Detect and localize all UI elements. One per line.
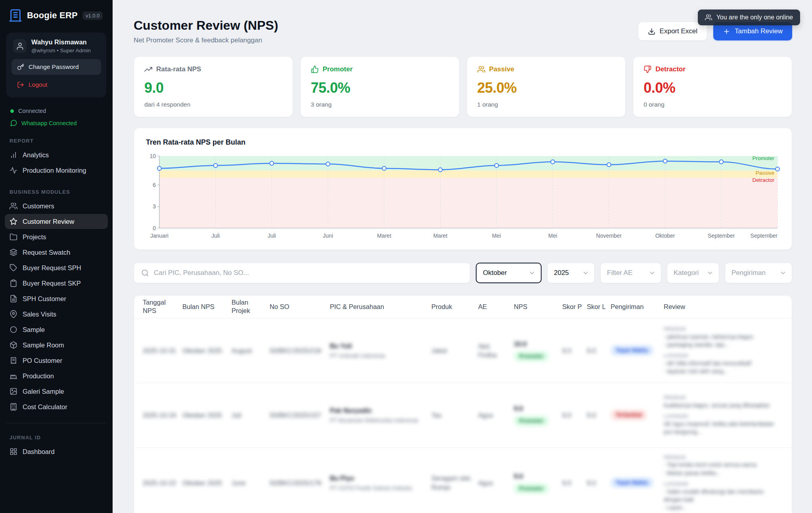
- sidebar-item-sales-visits[interactable]: Sales Visits: [5, 307, 108, 322]
- sidebar-item-sample-room[interactable]: Sample Room: [5, 338, 108, 353]
- cell-bulan-projek: August: [232, 346, 270, 355]
- sidebar-item-label: Customer Review: [23, 218, 74, 225]
- users-icon: [477, 65, 485, 73]
- sidebar-item-label: Cost Calculator: [23, 403, 67, 411]
- cell-review: PRODUKkualitasnya bagus, sesuai yang dih…: [664, 394, 783, 436]
- page-title: Customer Review (NPS): [134, 18, 278, 33]
- cell-skor-p: 9.0: [562, 479, 587, 487]
- sidebar-item-galeri-sample[interactable]: Galeri Sample: [5, 384, 108, 399]
- sidebar-item-cost-calculator[interactable]: Cost Calculator: [5, 399, 108, 414]
- cell-bulan-projek: June: [232, 479, 270, 487]
- filter-row: Oktober 2025 Filter AE Kategori Pengirim…: [134, 263, 792, 283]
- cell-pengiriman: Tepat Waktu: [611, 345, 664, 356]
- filter-ae-select[interactable]: Filter AE: [600, 263, 661, 283]
- sidebar-item-projects[interactable]: Projects: [5, 229, 108, 244]
- cell-pic-perusahaan: Bu PiyoPT COTO Foods Sukses Industry: [330, 474, 431, 492]
- column-header-skor-l: Skor L: [587, 303, 611, 311]
- svg-text:Mei: Mei: [548, 233, 557, 239]
- column-header-skor-p: Skor P: [562, 303, 587, 311]
- plus-icon: [723, 28, 730, 35]
- trending-up-icon: [144, 65, 152, 73]
- cell-review: PRODUK- Topi terlalu kecil untuk semua w…: [664, 454, 783, 512]
- pic-name: Bu Yuli: [330, 341, 427, 350]
- sidebar-item-sph-customer[interactable]: SPH Customer: [5, 291, 108, 306]
- stat-card-rata-rata-nps: Rata-rata NPS9.0dari 4 responden: [134, 56, 293, 117]
- sidebar-item-po-customer[interactable]: PO Customer: [5, 353, 108, 368]
- search-input[interactable]: [154, 269, 463, 277]
- skor-p: 9.0: [562, 346, 582, 355]
- user-info: Wahyu Rismawan @whyrsm • Super Admin: [11, 38, 101, 54]
- svg-text:3: 3: [153, 203, 156, 210]
- produk: Seragam stel, Rompi: [431, 474, 473, 492]
- page-header: Customer Review (NPS) Net Promoter Score…: [134, 18, 792, 44]
- sidebar-item-dashboard[interactable]: Dashboard: [5, 444, 108, 459]
- sidebar-item-buyer-request-sph[interactable]: Buyer Request SPH: [5, 260, 108, 275]
- sidebar-item-analytics[interactable]: Analytics: [5, 147, 108, 162]
- user-icon: [16, 42, 24, 50]
- sidebar-item-production-monitoring[interactable]: Production Monitoring: [5, 163, 108, 178]
- svg-text:Januari: Januari: [150, 233, 169, 239]
- online-toast: You are the only one online: [698, 10, 800, 25]
- cell-nps: 10.0Promoter: [514, 339, 562, 362]
- logout-button[interactable]: Logout: [11, 77, 101, 92]
- pengiriman-select[interactable]: Pengiriman: [725, 263, 792, 283]
- cell-pengiriman: Tepat Waktu: [611, 477, 664, 488]
- change-password-button[interactable]: Change Password: [11, 59, 101, 75]
- svg-text:Juni: Juni: [323, 233, 333, 239]
- change-password-label: Change Password: [29, 63, 79, 71]
- table-row[interactable]: 2025-10-31Oktober 2025August50/BKC/2025/…: [134, 318, 792, 383]
- stat-card-promoter: Promoter75.0%3 orang: [300, 56, 460, 117]
- table-header: Tanggal NPSBulan NPSBulan ProjekNo SOPIC…: [134, 296, 792, 318]
- year-select[interactable]: 2025: [547, 263, 595, 283]
- cell-bulan-nps: Oktober 2025: [182, 346, 232, 355]
- sidebar-item-customers[interactable]: Customers: [5, 198, 108, 214]
- logout-label: Logout: [29, 81, 47, 88]
- review-line: kualitasnya bagus, sesuai yang diharapka…: [664, 401, 778, 409]
- sidebar-item-buyer-request-skp[interactable]: Buyer Request SKP: [5, 276, 108, 291]
- cell-no-so: 50/BKC/2025/218: [270, 346, 330, 355]
- month-select[interactable]: Oktober: [476, 263, 542, 283]
- table-row[interactable]: 2025-10-24Oktober 2025Juli50/BKC/2025/15…: [134, 383, 792, 448]
- cell-tanggal-nps: 2025-10-22: [143, 479, 182, 487]
- column-header-tanggal-nps: Tanggal NPS: [143, 298, 182, 315]
- export-excel-button[interactable]: Export Excel: [638, 22, 707, 40]
- sidebar-item-label: PO Customer: [23, 357, 62, 364]
- cell-tanggal-nps: 2025-10-31: [143, 346, 182, 355]
- thumbs-down-icon: [643, 65, 651, 73]
- skor-l: 9.0: [587, 346, 606, 355]
- download-icon: [648, 28, 655, 35]
- sidebar-item-label: Buyer Request SPH: [23, 264, 81, 272]
- review-line: PRODUK: [664, 454, 778, 461]
- filter-ae-value: Filter AE: [607, 269, 632, 277]
- svg-text:Oktober: Oktober: [655, 233, 675, 239]
- sidebar-item-customer-review[interactable]: Customer Review: [5, 214, 108, 229]
- chevron-down-icon: [779, 269, 787, 277]
- year-select-value: 2025: [554, 269, 569, 277]
- table-body: 2025-10-31Oktober 2025August50/BKC/2025/…: [134, 318, 792, 513]
- image-icon: [10, 387, 17, 395]
- pengiriman-badge: Tepat Waktu: [611, 477, 653, 488]
- svg-text:September: September: [708, 233, 735, 239]
- svg-text:Juli: Juli: [268, 233, 276, 239]
- pic-name: Pak Nuryadin: [330, 406, 427, 415]
- cell-bulan-nps: Oktober 2025: [182, 479, 232, 487]
- user-meta: @whyrsm • Super Admin: [31, 48, 91, 53]
- sidebar-item-sample[interactable]: Sample: [5, 322, 108, 337]
- kategori-select[interactable]: Kategori: [667, 263, 719, 283]
- sidebar-item-request-swatch[interactable]: Request Swatch: [5, 245, 108, 260]
- tag-icon: [10, 264, 17, 272]
- cell-bulan-nps: Oktober 2025: [182, 411, 232, 420]
- bulan-projek: June: [232, 479, 265, 487]
- cell-skor-p: 9.0: [562, 346, 587, 355]
- sidebar-item-label: SPH Customer: [23, 295, 66, 303]
- nav-section-title: BUSINESS MODULES: [10, 189, 103, 195]
- map-pin-icon: [10, 310, 17, 318]
- skor-p: 9.0: [562, 479, 582, 487]
- svg-text:Detractor: Detractor: [753, 177, 775, 183]
- bar-chart-icon: [10, 151, 17, 159]
- key-icon: [17, 63, 24, 71]
- nps-value: 9.0: [514, 472, 557, 481]
- table-row[interactable]: 2025-10-22Oktober 2025June50/BKC/2025/17…: [134, 448, 792, 513]
- sidebar-item-production[interactable]: Production: [5, 368, 108, 383]
- receipt-icon: [10, 357, 17, 364]
